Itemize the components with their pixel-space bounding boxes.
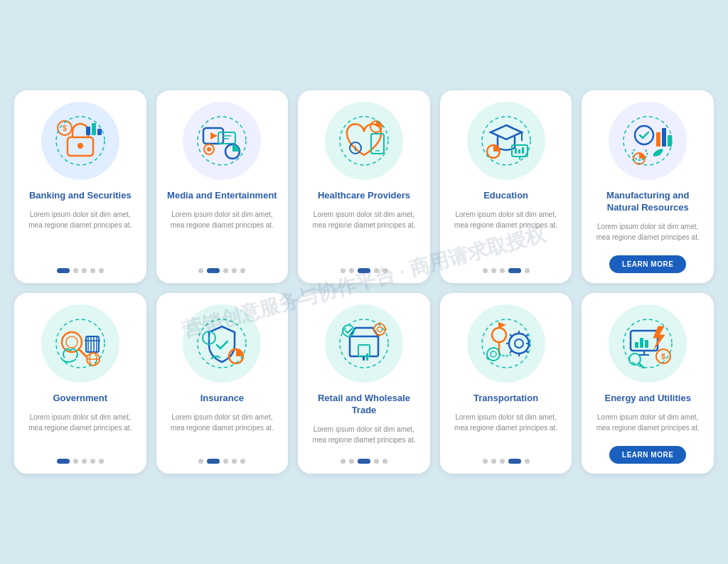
svg-line-81 [639,363,643,368]
svg-rect-2 [86,127,90,135]
card-manufacturing: Manufacturing and Natural Resources Lore… [582,90,714,283]
dot-4 [232,268,237,273]
manufacturing-title: Manufacturing and Natural Resources [592,190,704,214]
svg-point-1 [77,143,83,149]
energy-learn-button[interactable]: LEARN MORE [609,446,686,464]
svg-rect-60 [363,356,365,361]
media-dots [198,264,245,273]
svg-point-66 [509,334,529,353]
dot-3 [82,459,87,464]
svg-point-59 [343,325,354,336]
dot-3 [223,268,228,273]
dot-4 [374,268,379,273]
svg-point-68 [487,348,500,361]
svg-point-63 [492,328,506,342]
svg-rect-34 [662,128,666,147]
media-body: Lorem ipsum dolor sit dim amet, mea regi… [166,209,279,257]
dot-1 [483,268,488,273]
card-energy: $ Energy and Utilities Lorem ipsum dolor… [582,293,714,474]
card-banking: $ Banking and Securities Lorem ipsum dol… [14,90,146,283]
dot-4 [508,268,521,273]
svg-rect-29 [518,149,520,154]
banking-icon-circle: $ [41,102,119,180]
svg-point-69 [491,351,496,357]
dot-2 [73,459,78,464]
manufacturing-icon-circle [609,102,687,180]
dot-3 [500,268,505,273]
banking-body: Lorem ipsum dolor sit dim amet, mea regi… [24,209,136,257]
svg-rect-71 [631,331,658,351]
svg-point-16 [198,117,246,165]
svg-text:$: $ [63,124,67,132]
insurance-body: Lorem ipsum dolor sit dim amet, mea regi… [166,412,279,447]
svg-rect-28 [515,148,517,154]
dot-3 [223,459,228,464]
svg-rect-55 [350,336,378,356]
dot-5 [382,459,387,464]
healthcare-title: Healthcare Providers [318,190,410,202]
banking-title: Banking and Securities [29,190,132,202]
education-title: Education [483,190,528,202]
dot-3 [358,268,370,273]
card-education: Education Lorem ipsum dolor sit dim amet… [440,90,572,283]
svg-text:i: i [208,334,210,342]
svg-marker-9 [210,132,218,139]
dot-3 [500,459,505,464]
card-healthcare: i Healthcare Providers Lorem ipsum dolor… [298,90,430,283]
dot-1 [483,459,488,464]
svg-rect-10 [218,132,235,144]
dot-4 [90,268,95,273]
dot-4 [90,459,95,464]
svg-marker-65 [499,322,506,328]
insurance-icon-circle: i [183,304,261,383]
svg-text:$: $ [661,352,665,361]
energy-title: Energy and Utilities [605,393,691,405]
government-dots [57,454,104,464]
energy-body: Lorem ipsum dolor sit dim amet, mea regi… [592,412,704,433]
media-icon-circle [183,102,261,180]
svg-point-32 [635,126,653,144]
banking-dots [57,264,104,273]
svg-rect-61 [366,353,368,361]
dot-4 [508,459,521,464]
dot-2 [349,268,354,273]
government-body: Lorem ipsum dolor sit dim amet, mea regi… [24,412,136,447]
dot-2 [73,268,78,273]
card-media: Media and Entertainment Lorem ipsum dolo… [156,90,289,283]
insurance-dots [198,454,245,464]
svg-marker-23 [491,125,522,139]
government-title: Government [53,393,108,405]
education-body: Lorem ipsum dolor sit dim amet, mea regi… [450,209,562,257]
dot-2 [491,268,496,273]
transportation-dots [483,454,530,464]
svg-point-31 [482,117,530,165]
energy-icon-circle: $ [609,304,687,383]
card-government: Government Lorem ipsum dolor sit dim ame… [14,293,146,474]
dot-4 [232,459,237,464]
dot-1 [57,459,70,464]
svg-point-14 [207,147,211,151]
retail-title: Retail and Wholesale Trade [308,393,420,417]
dot-2 [207,459,220,464]
svg-rect-74 [635,342,638,348]
dot-3 [358,459,370,464]
svg-rect-4 [97,129,102,135]
dot-1 [198,459,203,464]
card-insurance: i Insurance Lorem ipsum dolor sit dim am… [156,293,289,474]
dot-4 [374,459,379,464]
dot-5 [240,268,245,273]
dot-5 [382,268,387,273]
dot-5 [240,459,245,464]
transportation-icon-circle [467,304,545,383]
manufacturing-learn-button[interactable]: LEARN MORE [609,255,686,273]
dot-1 [198,268,203,273]
dot-1 [341,459,346,464]
healthcare-body: Lorem ipsum dolor sit dim amet, mea regi… [308,209,420,257]
dot-1 [57,268,70,273]
transportation-body: Lorem ipsum dolor sit dim amet, mea regi… [450,412,562,447]
dot-5 [525,459,530,464]
cards-grid: $ Banking and Securities Lorem ipsum dol… [14,90,714,474]
dot-2 [207,268,220,273]
transportation-title: Transportation [473,393,538,405]
healthcare-dots [341,264,387,273]
